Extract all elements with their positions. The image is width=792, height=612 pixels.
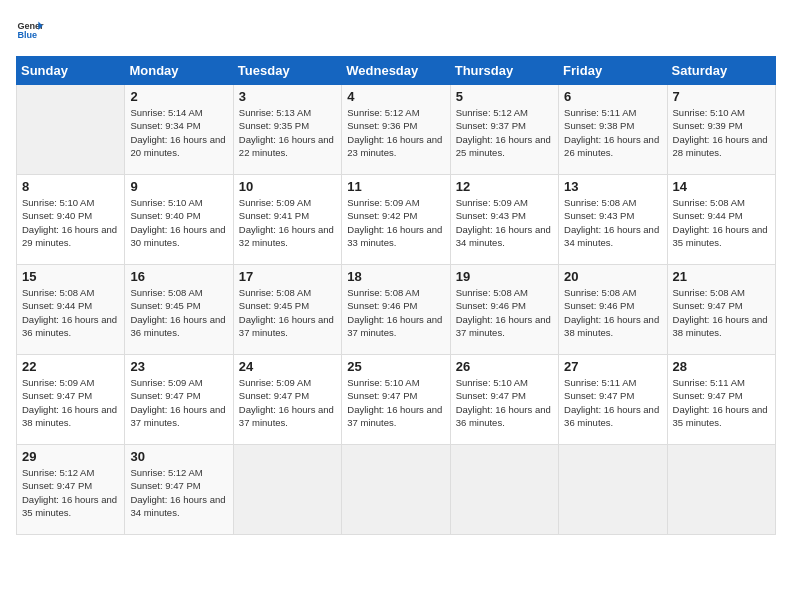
- calendar-cell: 27Sunrise: 5:11 AMSunset: 9:47 PMDayligh…: [559, 355, 667, 445]
- day-number: 9: [130, 179, 227, 194]
- day-number: 7: [673, 89, 770, 104]
- day-info: Sunrise: 5:11 AMSunset: 9:47 PMDaylight:…: [673, 376, 770, 429]
- calendar-cell: 26Sunrise: 5:10 AMSunset: 9:47 PMDayligh…: [450, 355, 558, 445]
- day-number: 5: [456, 89, 553, 104]
- days-header-row: Sunday Monday Tuesday Wednesday Thursday…: [17, 57, 776, 85]
- day-number: 15: [22, 269, 119, 284]
- day-number: 6: [564, 89, 661, 104]
- calendar-cell: 13Sunrise: 5:08 AMSunset: 9:43 PMDayligh…: [559, 175, 667, 265]
- day-number: 4: [347, 89, 444, 104]
- calendar-cell: [342, 445, 450, 535]
- day-number: 25: [347, 359, 444, 374]
- calendar-cell: 25Sunrise: 5:10 AMSunset: 9:47 PMDayligh…: [342, 355, 450, 445]
- calendar-cell: 20Sunrise: 5:08 AMSunset: 9:46 PMDayligh…: [559, 265, 667, 355]
- day-number: 3: [239, 89, 336, 104]
- calendar-week-row: 22Sunrise: 5:09 AMSunset: 9:47 PMDayligh…: [17, 355, 776, 445]
- day-info: Sunrise: 5:11 AMSunset: 9:38 PMDaylight:…: [564, 106, 661, 159]
- calendar-cell: 6Sunrise: 5:11 AMSunset: 9:38 PMDaylight…: [559, 85, 667, 175]
- day-info: Sunrise: 5:08 AMSunset: 9:47 PMDaylight:…: [673, 286, 770, 339]
- day-number: 12: [456, 179, 553, 194]
- calendar-cell: 11Sunrise: 5:09 AMSunset: 9:42 PMDayligh…: [342, 175, 450, 265]
- header-friday: Friday: [559, 57, 667, 85]
- day-number: 2: [130, 89, 227, 104]
- logo-icon: General Blue: [16, 16, 44, 44]
- calendar-cell: 30Sunrise: 5:12 AMSunset: 9:47 PMDayligh…: [125, 445, 233, 535]
- calendar-cell: 15Sunrise: 5:08 AMSunset: 9:44 PMDayligh…: [17, 265, 125, 355]
- day-info: Sunrise: 5:08 AMSunset: 9:45 PMDaylight:…: [130, 286, 227, 339]
- calendar-cell: 23Sunrise: 5:09 AMSunset: 9:47 PMDayligh…: [125, 355, 233, 445]
- day-info: Sunrise: 5:09 AMSunset: 9:43 PMDaylight:…: [456, 196, 553, 249]
- day-info: Sunrise: 5:09 AMSunset: 9:41 PMDaylight:…: [239, 196, 336, 249]
- day-number: 28: [673, 359, 770, 374]
- svg-text:Blue: Blue: [17, 30, 37, 40]
- calendar-cell: 22Sunrise: 5:09 AMSunset: 9:47 PMDayligh…: [17, 355, 125, 445]
- calendar-cell: 18Sunrise: 5:08 AMSunset: 9:46 PMDayligh…: [342, 265, 450, 355]
- day-number: 23: [130, 359, 227, 374]
- calendar-table: Sunday Monday Tuesday Wednesday Thursday…: [16, 56, 776, 535]
- day-info: Sunrise: 5:14 AMSunset: 9:34 PMDaylight:…: [130, 106, 227, 159]
- calendar-week-row: 29Sunrise: 5:12 AMSunset: 9:47 PMDayligh…: [17, 445, 776, 535]
- calendar-cell: 4Sunrise: 5:12 AMSunset: 9:36 PMDaylight…: [342, 85, 450, 175]
- day-info: Sunrise: 5:10 AMSunset: 9:47 PMDaylight:…: [456, 376, 553, 429]
- day-info: Sunrise: 5:09 AMSunset: 9:47 PMDaylight:…: [22, 376, 119, 429]
- calendar-cell: 12Sunrise: 5:09 AMSunset: 9:43 PMDayligh…: [450, 175, 558, 265]
- header-wednesday: Wednesday: [342, 57, 450, 85]
- calendar-cell: 28Sunrise: 5:11 AMSunset: 9:47 PMDayligh…: [667, 355, 775, 445]
- page-header: General Blue: [16, 16, 776, 44]
- day-info: Sunrise: 5:13 AMSunset: 9:35 PMDaylight:…: [239, 106, 336, 159]
- day-info: Sunrise: 5:09 AMSunset: 9:47 PMDaylight:…: [239, 376, 336, 429]
- day-number: 8: [22, 179, 119, 194]
- calendar-cell: 19Sunrise: 5:08 AMSunset: 9:46 PMDayligh…: [450, 265, 558, 355]
- day-info: Sunrise: 5:09 AMSunset: 9:47 PMDaylight:…: [130, 376, 227, 429]
- calendar-cell: 29Sunrise: 5:12 AMSunset: 9:47 PMDayligh…: [17, 445, 125, 535]
- day-number: 26: [456, 359, 553, 374]
- calendar-cell: [233, 445, 341, 535]
- day-info: Sunrise: 5:08 AMSunset: 9:46 PMDaylight:…: [347, 286, 444, 339]
- calendar-week-row: 2Sunrise: 5:14 AMSunset: 9:34 PMDaylight…: [17, 85, 776, 175]
- calendar-cell: [17, 85, 125, 175]
- header-thursday: Thursday: [450, 57, 558, 85]
- day-number: 20: [564, 269, 661, 284]
- day-number: 18: [347, 269, 444, 284]
- calendar-cell: 2Sunrise: 5:14 AMSunset: 9:34 PMDaylight…: [125, 85, 233, 175]
- day-info: Sunrise: 5:10 AMSunset: 9:40 PMDaylight:…: [22, 196, 119, 249]
- calendar-cell: [667, 445, 775, 535]
- calendar-cell: 17Sunrise: 5:08 AMSunset: 9:45 PMDayligh…: [233, 265, 341, 355]
- calendar-cell: [450, 445, 558, 535]
- calendar-week-row: 15Sunrise: 5:08 AMSunset: 9:44 PMDayligh…: [17, 265, 776, 355]
- day-number: 30: [130, 449, 227, 464]
- calendar-cell: 7Sunrise: 5:10 AMSunset: 9:39 PMDaylight…: [667, 85, 775, 175]
- calendar-cell: 14Sunrise: 5:08 AMSunset: 9:44 PMDayligh…: [667, 175, 775, 265]
- day-number: 21: [673, 269, 770, 284]
- day-number: 17: [239, 269, 336, 284]
- calendar-cell: 9Sunrise: 5:10 AMSunset: 9:40 PMDaylight…: [125, 175, 233, 265]
- day-number: 10: [239, 179, 336, 194]
- calendar-cell: 24Sunrise: 5:09 AMSunset: 9:47 PMDayligh…: [233, 355, 341, 445]
- calendar-cell: [559, 445, 667, 535]
- day-number: 29: [22, 449, 119, 464]
- calendar-cell: 5Sunrise: 5:12 AMSunset: 9:37 PMDaylight…: [450, 85, 558, 175]
- day-info: Sunrise: 5:08 AMSunset: 9:44 PMDaylight:…: [673, 196, 770, 249]
- header-sunday: Sunday: [17, 57, 125, 85]
- day-number: 22: [22, 359, 119, 374]
- calendar-cell: 8Sunrise: 5:10 AMSunset: 9:40 PMDaylight…: [17, 175, 125, 265]
- day-info: Sunrise: 5:12 AMSunset: 9:47 PMDaylight:…: [22, 466, 119, 519]
- day-number: 19: [456, 269, 553, 284]
- day-info: Sunrise: 5:08 AMSunset: 9:46 PMDaylight:…: [456, 286, 553, 339]
- day-number: 11: [347, 179, 444, 194]
- day-info: Sunrise: 5:10 AMSunset: 9:40 PMDaylight:…: [130, 196, 227, 249]
- day-info: Sunrise: 5:09 AMSunset: 9:42 PMDaylight:…: [347, 196, 444, 249]
- day-number: 27: [564, 359, 661, 374]
- calendar-week-row: 8Sunrise: 5:10 AMSunset: 9:40 PMDaylight…: [17, 175, 776, 265]
- calendar-cell: 21Sunrise: 5:08 AMSunset: 9:47 PMDayligh…: [667, 265, 775, 355]
- day-info: Sunrise: 5:08 AMSunset: 9:45 PMDaylight:…: [239, 286, 336, 339]
- header-saturday: Saturday: [667, 57, 775, 85]
- day-info: Sunrise: 5:08 AMSunset: 9:44 PMDaylight:…: [22, 286, 119, 339]
- calendar-cell: 3Sunrise: 5:13 AMSunset: 9:35 PMDaylight…: [233, 85, 341, 175]
- day-number: 14: [673, 179, 770, 194]
- calendar-cell: 10Sunrise: 5:09 AMSunset: 9:41 PMDayligh…: [233, 175, 341, 265]
- calendar-cell: 16Sunrise: 5:08 AMSunset: 9:45 PMDayligh…: [125, 265, 233, 355]
- day-info: Sunrise: 5:11 AMSunset: 9:47 PMDaylight:…: [564, 376, 661, 429]
- logo: General Blue: [16, 16, 44, 44]
- day-info: Sunrise: 5:10 AMSunset: 9:39 PMDaylight:…: [673, 106, 770, 159]
